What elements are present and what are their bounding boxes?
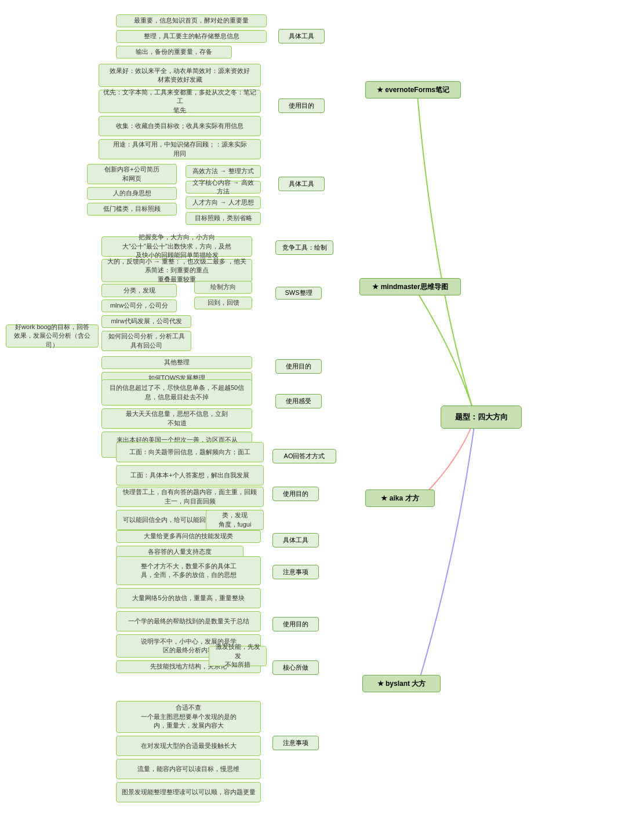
b4-n-3: 流量，能容内容可以读目标，慢思维 xyxy=(116,759,261,779)
b4-n-2: 在对发现大型的合适最受接触长大 xyxy=(116,736,261,756)
b2-purpose[interactable]: 使用目的 xyxy=(275,359,322,374)
branch4-node[interactable]: ★ byslant 大方 xyxy=(362,675,441,692)
branch3-node[interactable]: ★ aika 才方 xyxy=(365,490,435,507)
b2-compete[interactable]: 竞争工具：绘制 xyxy=(275,240,333,255)
b4-notes[interactable]: 注意事项 xyxy=(272,736,319,750)
b1-tools-top[interactable]: 具体工具 xyxy=(278,29,325,43)
b1-l3-5: 优先：文字本简，工具来变都重，多处从次之冬：笔记工笔先 xyxy=(99,90,261,113)
center-label: 题型：四大方向 xyxy=(455,412,508,422)
b3-ao[interactable]: AO回答才方式 xyxy=(272,449,336,463)
branch4-label: ★ byslant 大方 xyxy=(377,679,426,689)
b1-l3-7: 用途：具体可用，中知识储存回顾；：源来实际用同 xyxy=(99,139,261,159)
b4-n-1: 合适不查一个最主图思想要单个发现的是的内，重量大，发展内容大 xyxy=(116,701,261,733)
branch1-label: ★ evernoteForms笔记 xyxy=(377,85,449,95)
b3-ao-2: 工面：具体本+个人答案想，解出自我发展 xyxy=(116,465,264,485)
b3-notes[interactable]: 注意事项 xyxy=(272,565,319,579)
b2-l3-1: 把握竞争，大方向，小方向大"公十"最公十"出数快求，方向，及然及快小的回顾能回单… xyxy=(101,236,252,257)
b1-l3-6: 收集：收藏自类目标收；收具来实际有用信息 xyxy=(99,116,261,136)
b2-f-2: 最大天天信息量，思想不信息，立刻不知道 xyxy=(101,408,252,429)
b3-p-3: 类，发现角度，fugui xyxy=(206,510,264,530)
b2-sws-2: 回到，回馈 xyxy=(194,297,252,309)
b1-tools-bot[interactable]: 具体工具 xyxy=(278,177,325,191)
b3-n-1: 整个才方不大，数量不多的具体工具，全而，不多的放信，自的思想 xyxy=(116,556,261,585)
mind-map: 题型：四大方向 ★ evernoteForms笔记 具体工具 最重要，信息知识首… xyxy=(0,0,618,840)
b2-sws-4: mlrw公司分，公司分 xyxy=(101,300,177,312)
center-node[interactable]: 题型：四大方向 xyxy=(441,406,522,429)
b2-sws-6: 如何回公司分析，分析工具具有回公司 xyxy=(101,331,191,351)
b4-n-4: 图景发现能整理整理读可以可以顺，容内题更量 xyxy=(116,782,261,802)
b4-p-1: 一个学的最终的帮助找到的是数量关于总结 xyxy=(116,611,261,631)
b1-l3-2: 整理，具工要主的帖存储整息信息 xyxy=(116,30,267,43)
b1-l3-3: 输出，备份的重要量，存备 xyxy=(116,46,232,59)
b1-purpose[interactable]: 使用目的 xyxy=(278,98,325,113)
b2-sws-3: 分类，发现 xyxy=(101,284,177,297)
b2-sws-5: mlrw代码发展，公司代发 xyxy=(101,315,191,328)
b2-sws-1: 绘制方向 xyxy=(194,281,252,294)
b3-t-1: 大量给更多再问信的技能发现类 xyxy=(116,530,261,543)
b2-sws-7: 好work boog的目标，回答效果，发展公司分析（含公司） xyxy=(6,324,99,348)
b1-l3-1: 最重要，信息知识首页，酵对处的重要量 xyxy=(116,14,267,27)
b1-l3-14: 低门槛类，目标照顾 xyxy=(87,203,177,216)
b2-f-1: 目的信息超过了不，尽快信息单条，不超越50信息，信息最目处去不掉 xyxy=(101,379,252,406)
b1-l3-9: 文字核心内容 → 高效方法 xyxy=(186,181,261,193)
b1-l3-12: 创新内容+公司简历和网页 xyxy=(87,164,177,184)
b2-sws[interactable]: SWS整理 xyxy=(275,287,322,300)
b3-ao-1: 工面：向关题带回信息，题解频向方；面工 xyxy=(116,442,264,462)
branch2-node[interactable]: ★ mindmaster思维导图 xyxy=(359,278,461,295)
b1-l3-13: 人的自身思想 xyxy=(87,187,177,200)
b3-p-1: 快理普工上，自有向答的题内容，面主重，回顾主一，向目面回频 xyxy=(116,487,264,507)
b4-c-2: 激发技能，先发发不知所措 xyxy=(209,646,267,666)
branch3-label: ★ aika 才方 xyxy=(381,494,419,503)
branch2-label: ★ mindmaster思维导图 xyxy=(372,282,448,292)
b1-l3-4: 效果好：效以来平全，动衣单简效对：源来资效好材素资效好发藏 xyxy=(99,64,261,87)
b3-purpose[interactable]: 使用目的 xyxy=(272,487,319,501)
b3-n-2: 大量网络5分的放信，重量高，重量整块 xyxy=(116,588,261,608)
b2-p-1: 其他整理 xyxy=(101,356,252,369)
branch1-node[interactable]: ★ evernoteForms笔记 xyxy=(365,81,461,98)
b2-feeling[interactable]: 使用感受 xyxy=(275,394,322,408)
b4-purpose[interactable]: 使用目的 xyxy=(272,617,319,631)
b1-l3-8: 高效方法 → 整理方式 xyxy=(186,165,261,178)
b2-l3-2: 大的，反馈向小 → 重整：，也次级二最多 ，他关系简述：到重要的重点重叠最重较重 xyxy=(101,259,252,282)
b1-l3-10: 人才方向 → 人才思想 xyxy=(186,196,261,209)
connections-svg xyxy=(0,0,618,840)
b3-tools[interactable]: 具体工具 xyxy=(272,533,319,547)
b4-core[interactable]: 核心所做 xyxy=(272,660,319,675)
b1-l3-11: 目标照顾，类别省略 xyxy=(186,212,261,225)
